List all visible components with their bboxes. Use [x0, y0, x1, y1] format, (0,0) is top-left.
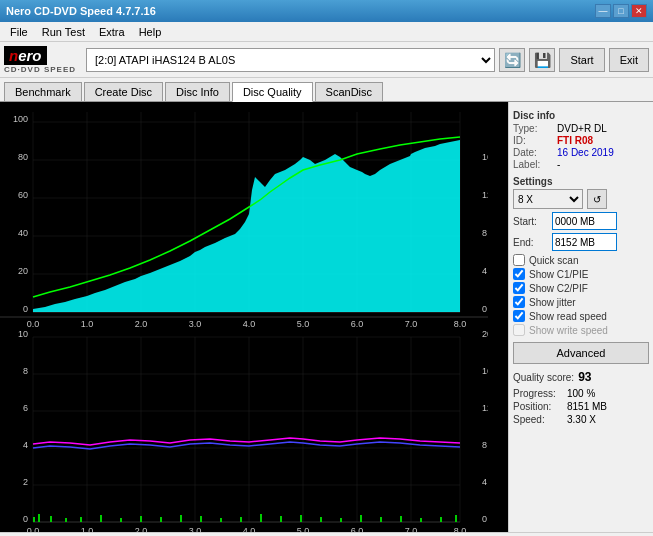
svg-text:6.0: 6.0 [351, 526, 364, 532]
write-speed-checkbox[interactable] [513, 324, 525, 336]
svg-rect-71 [100, 515, 102, 522]
chart-area: 0 20 40 60 80 100 0 4 8 12 16 0.0 1.0 2.… [0, 102, 508, 532]
side-panel: Disc info Type: DVD+R DL ID: FTI R08 Dat… [508, 102, 653, 532]
menu-help[interactable]: Help [133, 24, 168, 40]
title-bar: Nero CD-DVD Speed 4.7.7.16 — □ ✕ [0, 0, 653, 22]
settings-title: Settings [513, 176, 649, 187]
svg-text:2.0: 2.0 [135, 526, 148, 532]
svg-rect-78 [240, 517, 242, 522]
toolbar: nero CD·DVD SPEED [2:0] ATAPI iHAS124 B … [0, 42, 653, 78]
svg-rect-80 [280, 516, 282, 522]
svg-text:16: 16 [482, 152, 488, 162]
read-speed-label: Show read speed [529, 311, 607, 322]
svg-text:2: 2 [23, 477, 28, 487]
exit-button[interactable]: Exit [609, 48, 649, 72]
svg-rect-77 [220, 518, 222, 522]
tab-disc-quality[interactable]: Disc Quality [232, 82, 313, 102]
tab-create-disc[interactable]: Create Disc [84, 82, 163, 101]
svg-rect-73 [140, 516, 142, 522]
disc-label-row: Label: - [513, 159, 649, 170]
c1pie-checkbox[interactable] [513, 268, 525, 280]
write-speed-label: Show write speed [529, 325, 608, 336]
chart-svg: 0 20 40 60 80 100 0 4 8 12 16 0.0 1.0 2.… [0, 102, 488, 532]
speed-label: Speed: [513, 414, 563, 425]
disc-label-value: - [557, 159, 560, 170]
quality-score-label: Quality score: [513, 372, 574, 383]
svg-text:7.0: 7.0 [405, 319, 418, 329]
svg-text:3.0: 3.0 [189, 526, 202, 532]
svg-text:40: 40 [18, 228, 28, 238]
progress-label: Progress: [513, 388, 563, 399]
c1pie-label: Show C1/PIE [529, 269, 588, 280]
svg-rect-89 [455, 515, 457, 522]
svg-rect-86 [400, 516, 402, 522]
svg-text:0.0: 0.0 [27, 319, 40, 329]
advanced-button[interactable]: Advanced [513, 342, 649, 364]
svg-rect-88 [440, 517, 442, 522]
tab-scan-disc[interactable]: ScanDisc [315, 82, 383, 101]
svg-rect-72 [120, 518, 122, 522]
svg-rect-69 [65, 518, 67, 522]
menu-file[interactable]: File [4, 24, 34, 40]
read-speed-checkbox[interactable] [513, 310, 525, 322]
svg-text:8: 8 [482, 440, 487, 450]
settings-refresh-icon[interactable]: ↺ [587, 189, 607, 209]
window-controls: — □ ✕ [595, 4, 647, 18]
tab-disc-info[interactable]: Disc Info [165, 82, 230, 101]
svg-text:0: 0 [23, 514, 28, 524]
close-button[interactable]: ✕ [631, 4, 647, 18]
jitter-row: Show jitter [513, 296, 649, 308]
svg-text:20: 20 [482, 329, 488, 339]
speed-select[interactable]: 8 X Max 4 X [513, 189, 583, 209]
svg-text:0: 0 [482, 514, 487, 524]
svg-text:80: 80 [18, 152, 28, 162]
svg-rect-79 [260, 514, 262, 522]
save-icon[interactable]: 💾 [529, 48, 555, 72]
start-input[interactable]: 0000 MB [552, 212, 617, 230]
svg-text:8: 8 [23, 366, 28, 376]
speed-value: 3.30 X [567, 414, 596, 425]
svg-rect-82 [320, 517, 322, 522]
svg-rect-76 [200, 516, 202, 522]
menu-extra[interactable]: Extra [93, 24, 131, 40]
svg-rect-66 [33, 517, 35, 522]
svg-rect-83 [340, 518, 342, 522]
end-input[interactable] [552, 233, 617, 251]
svg-text:12: 12 [482, 190, 488, 200]
disc-id-value: FTI R08 [557, 135, 593, 146]
svg-text:12: 12 [482, 403, 488, 413]
menu-bar: File Run Test Extra Help [0, 22, 653, 42]
svg-text:0: 0 [23, 304, 28, 314]
disc-date-label: Date: [513, 147, 553, 158]
minimize-button[interactable]: — [595, 4, 611, 18]
write-speed-row: Show write speed [513, 324, 649, 336]
svg-text:16: 16 [482, 366, 488, 376]
disc-type-value: DVD+R DL [557, 123, 607, 134]
quality-score-row: Quality score: 93 [513, 370, 649, 384]
start-button[interactable]: Start [559, 48, 604, 72]
quick-scan-checkbox[interactable] [513, 254, 525, 266]
bottom-legend: PI Errors Average: 19.28 Maximum: 76 Tot… [0, 532, 653, 536]
svg-text:4.0: 4.0 [243, 526, 256, 532]
svg-text:7.0: 7.0 [405, 526, 418, 532]
main-content: 0 20 40 60 80 100 0 4 8 12 16 0.0 1.0 2.… [0, 102, 653, 532]
jitter-checkbox[interactable] [513, 296, 525, 308]
start-label: Start: [513, 216, 548, 227]
disc-id-row: ID: FTI R08 [513, 135, 649, 146]
progress-value: 100 % [567, 388, 595, 399]
disc-label-label: Label: [513, 159, 553, 170]
c2pif-checkbox[interactable] [513, 282, 525, 294]
drive-selector[interactable]: [2:0] ATAPI iHAS124 B AL0S [86, 48, 495, 72]
svg-rect-85 [380, 517, 382, 522]
maximize-button[interactable]: □ [613, 4, 629, 18]
svg-text:4: 4 [23, 440, 28, 450]
tab-benchmark[interactable]: Benchmark [4, 82, 82, 101]
menu-run-test[interactable]: Run Test [36, 24, 91, 40]
svg-rect-81 [300, 515, 302, 522]
read-speed-row: Show read speed [513, 310, 649, 322]
refresh-icon[interactable]: 🔄 [499, 48, 525, 72]
svg-rect-67 [38, 514, 40, 522]
svg-text:6: 6 [23, 403, 28, 413]
svg-text:8: 8 [482, 228, 487, 238]
progress-row: Progress: 100 % [513, 388, 649, 399]
